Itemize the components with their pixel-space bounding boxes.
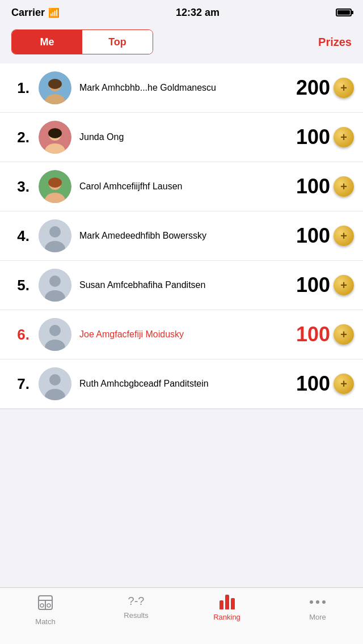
battery-icon [336,9,352,16]
score-value: 100 [296,224,330,248]
svg-point-10 [48,177,62,188]
score-area: 100 [296,323,354,346]
tab-top[interactable]: Top [82,30,153,54]
user-name: Junda Ong [79,132,296,142]
avatar [39,219,71,252]
user-name: Susan Amfcebhafiha Panditsen [79,280,296,290]
carrier-label: Carrier [11,7,45,19]
avatar [39,71,71,104]
tab-more[interactable]: More [272,595,363,621]
avatar [39,367,71,400]
content-area: 1. Mark Amhcbhb...he Goldmanescu 200 2. [0,61,363,624]
leaderboard-list: 1. Mark Amhcbhb...he Goldmanescu 200 2. [0,63,363,409]
user-name: Mark Amhcbhb...he Goldmanescu [79,83,296,93]
score-value: 100 [296,273,330,297]
status-time: 12:32 am [176,7,220,19]
user-name: Mark Amedeedhfibh Bowerssky [79,231,296,241]
avatar [39,269,71,302]
tab-results[interactable]: ?-? Results [91,595,182,620]
ranking-label: Ranking [213,613,240,621]
svg-point-28 [47,604,50,607]
svg-point-16 [49,276,61,287]
avatar [39,318,71,351]
svg-point-27 [40,604,44,607]
battery-indicator [336,9,352,16]
rank-number: 7. [9,375,29,393]
score-area: 100 [296,224,354,248]
results-label: Results [124,611,148,620]
tab-match[interactable]: Match [0,595,91,626]
list-item: 6. Joe Amgfacfefiji Moidusky 100 [0,310,363,359]
header: Me Top Prizes [0,25,363,61]
score-area: 100 [296,273,354,297]
wifi-icon: 📶 [48,7,60,18]
score-area: 100 [296,175,354,198]
rank-number: 5. [9,277,29,294]
score-value: 100 [296,323,330,346]
prizes-button[interactable]: Prizes [318,36,352,49]
rank-number: 3. [9,178,29,196]
coin-icon [334,226,354,246]
rank-number: 4. [9,227,29,245]
score-value: 100 [296,125,330,149]
battery-fill [337,10,350,15]
list-item: 2. Junda Ong 100 [0,113,363,162]
tab-bar: Match ?-? Results Ranking More [0,587,363,644]
svg-point-22 [49,374,61,385]
coin-icon [334,78,354,98]
tab-ranking[interactable]: Ranking [182,595,272,621]
avatar [39,170,71,203]
svg-point-19 [49,325,61,336]
score-area: 200 [296,76,354,100]
status-bar: Carrier 📶 12:32 am [0,0,363,25]
score-value: 100 [296,175,330,198]
carrier-info: Carrier 📶 [11,7,60,19]
svg-point-2 [48,79,62,89]
coin-icon [334,374,354,394]
more-icon [310,595,326,609]
svg-point-13 [49,226,61,238]
rank-number: 1. [9,79,29,97]
score-value: 200 [296,76,330,100]
avatar [39,121,71,154]
coin-icon [334,127,354,147]
svg-point-6 [48,128,62,138]
tab-me[interactable]: Me [12,30,82,54]
score-area: 100 [296,125,354,149]
match-icon [37,595,53,614]
list-item: 7. Ruth Amhcbgbceadf Panditstein 100 [0,359,363,409]
list-item: 1. Mark Amhcbhb...he Goldmanescu 200 [0,63,363,113]
coin-icon [334,176,354,197]
coin-icon [334,275,354,295]
score-area: 100 [296,372,354,396]
rank-number: 6. [9,326,29,344]
user-name: Joe Amgfacfefiji Moidusky [79,329,296,340]
user-name: Ruth Amhcbgbceadf Panditstein [79,379,296,389]
list-item: 3. Carol Amhcefiijfhf Lausen 100 [0,162,363,211]
score-value: 100 [296,372,330,396]
coin-icon [334,324,354,345]
list-item: 4. Mark Amedeedhfibh Bowerssky 100 [0,211,363,261]
match-label: Match [35,617,55,626]
rank-number: 2. [9,129,29,146]
user-name: Carol Amhcefiijfhf Lausen [79,181,296,192]
segment-control[interactable]: Me Top [11,29,153,54]
results-icon: ?-? [128,595,145,608]
more-label: More [309,613,326,621]
list-item: 5. Susan Amfcebhafiha Panditsen 100 [0,261,363,310]
ranking-icon [220,595,235,609]
